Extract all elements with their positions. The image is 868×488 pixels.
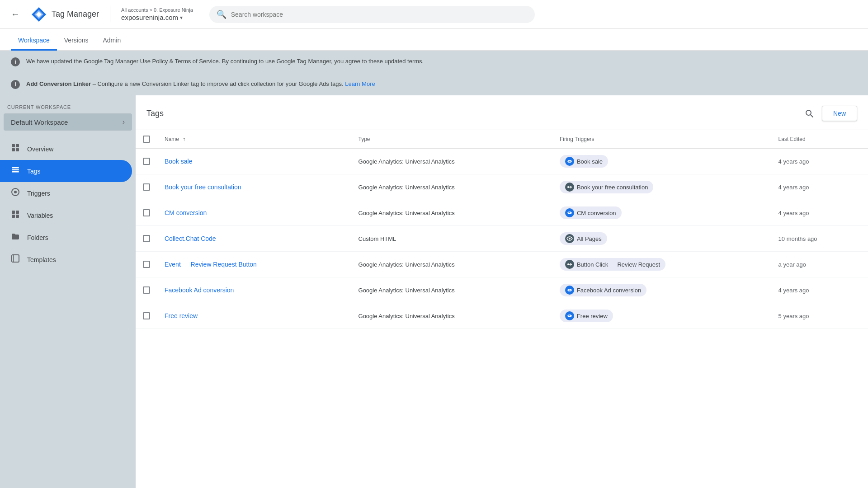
trigger-badge[interactable]: All Pages [560, 232, 607, 245]
trigger-badge[interactable]: CM conversion [560, 206, 622, 219]
tab-admin[interactable]: Admin [95, 31, 128, 51]
trigger-badge[interactable]: Book your free consultation [560, 181, 654, 193]
trigger-badge[interactable]: Facebook Ad conversion [560, 284, 646, 296]
triggers-icon [11, 188, 20, 199]
sidebar-item-triggers[interactable]: Triggers [0, 182, 132, 204]
new-tag-button[interactable]: New [822, 106, 857, 121]
table-row: Book sale Google Analytics: Universal An… [136, 149, 868, 174]
row-checkbox-1[interactable] [143, 183, 150, 191]
sidebar-item-triggers-label: Triggers [27, 190, 50, 197]
row-type-cell: Google Analytics: Universal Analytics [351, 174, 552, 200]
row-type-cell: Google Analytics: Universal Analytics [351, 303, 552, 329]
th-name: Name ↑ [157, 130, 351, 149]
trigger-icon [565, 183, 574, 192]
row-checkbox-4[interactable] [143, 261, 150, 268]
row-last-edited-cell: 4 years ago [771, 200, 868, 226]
table-row: Book your free consultation Google Analy… [136, 174, 868, 200]
logo-area: Tag Manager [31, 6, 99, 23]
learn-more-link[interactable]: Learn More [345, 80, 375, 87]
sub-nav: Workspace Versions Admin [0, 29, 868, 51]
policy-banner: i We have updated the Google Tag Manager… [11, 51, 857, 73]
row-type-cell: Google Analytics: Universal Analytics [351, 277, 552, 303]
sidebar-item-variables[interactable]: Variables [0, 204, 132, 226]
app-logo [31, 6, 47, 23]
trigger-badge[interactable]: Free review [560, 310, 613, 322]
trigger-icon [565, 311, 574, 320]
policy-banner-icon: i [11, 57, 20, 66]
tags-title: Tags [146, 109, 164, 118]
row-trigger-cell: Book your free consultation [552, 174, 771, 200]
row-checkbox-cell [136, 174, 157, 200]
tag-name-link[interactable]: Book your free consultation [165, 183, 241, 191]
tag-name-link[interactable]: Book sale [165, 158, 192, 165]
header-divider [110, 6, 110, 23]
row-trigger-cell: Button Click — Review Request [552, 252, 771, 277]
tab-workspace[interactable]: Workspace [11, 31, 57, 51]
tag-name-link[interactable]: Collect.Chat Code [165, 235, 216, 242]
tab-versions[interactable]: Versions [57, 31, 96, 51]
last-edited-text: a year ago [778, 261, 806, 268]
sidebar-item-templates[interactable]: Templates [0, 249, 132, 271]
tags-table: Name ↑ Type Firing Triggers Last Edited … [136, 130, 868, 329]
svg-line-19 [811, 115, 813, 117]
th-type: Type [351, 130, 552, 149]
content-area: Tags New [136, 95, 868, 488]
overview-icon [11, 143, 20, 155]
sidebar-item-tags-label: Tags [27, 168, 41, 175]
row-trigger-cell: Book sale [552, 149, 771, 174]
tag-name-link[interactable]: Free review [165, 312, 198, 319]
sidebar-item-overview-label: Overview [27, 145, 53, 153]
sidebar-item-folders[interactable]: Folders [0, 226, 132, 249]
tag-type: Google Analytics: Universal Analytics [359, 210, 455, 216]
conversion-banner-text: Add Conversion Linker – Configure a new … [26, 80, 375, 89]
row-name-cell: Free review [157, 303, 351, 329]
row-checkbox-cell [136, 149, 157, 174]
row-last-edited-cell: 4 years ago [771, 277, 868, 303]
account-name[interactable]: exposureninja.com ▾ [121, 14, 193, 21]
row-name-cell: CM conversion [157, 200, 351, 226]
svg-rect-6 [16, 148, 19, 151]
row-checkbox-5[interactable] [143, 286, 150, 294]
trigger-icon [565, 260, 574, 269]
select-all-checkbox[interactable] [143, 136, 150, 143]
tag-type: Google Analytics: Universal Analytics [359, 287, 455, 294]
last-edited-text: 4 years ago [778, 210, 809, 216]
row-trigger-cell: Free review [552, 303, 771, 329]
sidebar-item-tags[interactable]: Tags [0, 160, 132, 182]
main-layout: CURRENT WORKSPACE Default Workspace › Ov… [0, 95, 868, 488]
tag-name-link[interactable]: CM conversion [165, 209, 207, 216]
tag-name-link[interactable]: Event — Review Request Button [165, 261, 257, 268]
row-type-cell: Google Analytics: Universal Analytics [351, 200, 552, 226]
row-checkbox-cell [136, 277, 157, 303]
svg-rect-7 [12, 167, 19, 169]
tag-name-link[interactable]: Facebook Ad conversion [165, 286, 234, 294]
search-input[interactable] [231, 11, 528, 18]
workspace-selector[interactable]: Default Workspace › [4, 113, 132, 131]
tag-type: Custom HTML [359, 235, 396, 242]
row-checkbox-0[interactable] [143, 158, 150, 165]
row-checkbox-3[interactable] [143, 235, 150, 242]
conversion-banner: i Add Conversion Linker – Configure a ne… [11, 73, 857, 95]
row-last-edited-cell: 4 years ago [771, 149, 868, 174]
row-checkbox-2[interactable] [143, 209, 150, 216]
trigger-label: Facebook Ad conversion [577, 287, 641, 294]
tags-header: Tags New [136, 95, 868, 130]
row-checkbox-6[interactable] [143, 312, 150, 319]
svg-rect-9 [12, 171, 19, 173]
sidebar-item-overview[interactable]: Overview [0, 138, 132, 160]
table-row: Collect.Chat Code Custom HTML All Pages … [136, 226, 868, 252]
th-checkbox [136, 130, 157, 149]
th-last-edited: Last Edited [771, 130, 868, 149]
trigger-icon [565, 157, 574, 166]
trigger-badge[interactable]: Book sale [560, 155, 608, 168]
trigger-icon [565, 286, 574, 295]
conversion-banner-icon: i [11, 80, 20, 89]
trigger-badge[interactable]: Button Click — Review Request [560, 258, 665, 271]
row-checkbox-cell [136, 226, 157, 252]
svg-rect-16 [12, 255, 19, 262]
back-button[interactable]: ← [7, 5, 24, 23]
name-sort-icon[interactable]: ↑ [183, 136, 185, 142]
trigger-label: Free review [577, 313, 608, 319]
tag-type: Google Analytics: Universal Analytics [359, 313, 455, 319]
tags-search-button[interactable] [800, 104, 818, 122]
